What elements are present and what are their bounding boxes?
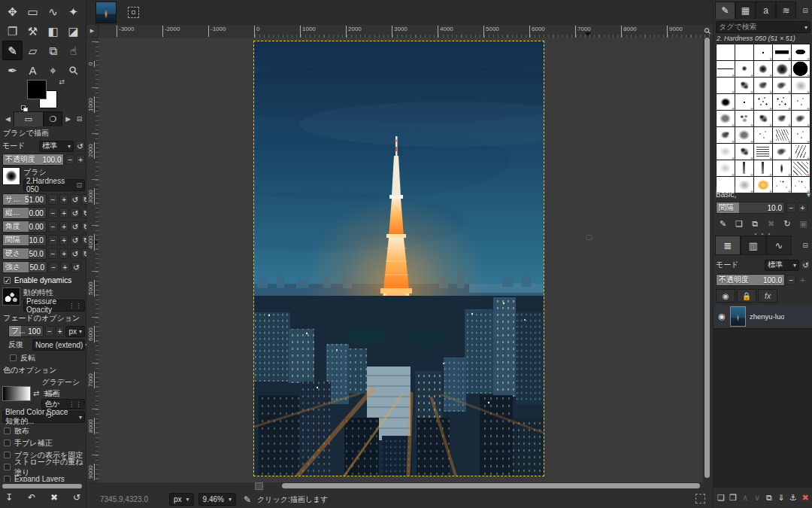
brush-spacing-slider[interactable]: 間隔 10.0 [716,202,785,214]
link-button[interactable]: ↻ [81,208,86,218]
free-select-tool[interactable]: ∿ [43,2,63,21]
enable-dynamics-checkbox[interactable]: ✓ Enable dynamics [2,275,85,286]
gradient-tool[interactable]: ◧ [43,21,63,41]
link-button[interactable]: ↻ [81,194,86,205]
reset-button[interactable]: ↺ [70,194,80,205]
vertical-ruler[interactable]: 0100020003000400050006000700080009000 [86,38,98,482]
horizontal-scrollbar[interactable] [98,482,713,490]
dock-tab-left-arrow[interactable]: ◀ [2,111,14,126]
delete-tool-preset-button[interactable]: ✖ [48,491,60,503]
brush-swatch[interactable] [717,44,735,60]
effects-column-icon[interactable]: fx [758,289,777,303]
clone-tool[interactable]: ⧉ [43,41,63,60]
tab-gradients[interactable]: ≋ [776,2,796,19]
slider-角度[interactable]: 角度0.00 [2,221,47,233]
brush-swatch[interactable] [792,61,810,77]
dynamics-selector[interactable]: 動的特性 Pressure Opacity⋮⋮ [2,287,85,312]
brush-swatch[interactable] [735,160,753,176]
decrement-button[interactable]: − [48,248,58,259]
brush-swatch[interactable] [792,111,810,126]
dynamics-thumbnail[interactable] [2,287,20,306]
layer-thumbnail[interactable] [730,306,746,327]
brush-swatch[interactable] [773,94,791,110]
layers-dock-menu-icon[interactable]: ⊟ [799,236,811,255]
canvas-image[interactable] [254,41,544,476]
swap-colors-icon[interactable]: ⇄ [59,78,65,86]
reset-button[interactable]: ↺ [70,221,80,232]
option-checkbox[interactable]: ストローク中の重ね塗り [2,461,85,473]
brush-swatch[interactable] [735,144,753,160]
slider-サイズ[interactable]: サイズ51.00 [2,193,47,205]
save-tool-preset-button[interactable]: ↧ [3,491,15,503]
brush-swatch[interactable] [792,160,810,176]
brush-swatch[interactable] [717,111,735,126]
reset-tool-options-button[interactable]: ↺ [71,491,83,503]
zoom-select[interactable]: 9.46%▾ [198,493,236,506]
brush-swatch[interactable] [754,94,772,110]
brush-swatch[interactable] [773,78,791,93]
empty-image-tab-icon[interactable] [128,7,139,18]
decrement-button[interactable]: − [48,221,58,232]
new-layer-button[interactable]: ❏ [716,492,727,504]
link-button[interactable]: ↻ [81,235,86,245]
brush-swatch[interactable] [792,78,810,93]
brush-group-select[interactable]: Basic,▾ [716,189,810,200]
slider-強さ[interactable]: 強さ50.0 [2,261,47,273]
blend-color-space-select[interactable]: Blend Color Space 知覚的...▾ [2,411,85,423]
spacing-decrement-button[interactable]: − [786,202,796,213]
brush-swatch[interactable] [792,127,810,143]
increment-button[interactable]: + [59,221,69,232]
brush-name-box[interactable]: 2.Hardness 050⊡ [23,179,85,191]
layer-visibility-icon[interactable]: ◉ [714,312,730,321]
layer-name[interactable]: zhenyu-luo [750,312,784,321]
layer-mode-reset-button[interactable]: ↺ [801,260,810,270]
color-picker-tool[interactable]: ⌖ [43,60,63,80]
lock-column-icon[interactable]: 🔒 [737,289,756,303]
flip-gradient-icon[interactable]: ⇄ [33,389,39,397]
gradient-thumbnail[interactable] [2,386,31,401]
paths-tool[interactable]: ✒ [2,60,23,80]
brush-swatch[interactable] [754,61,772,77]
reset-button[interactable]: ↺ [70,248,80,259]
link-button[interactable]: ↻ [81,248,86,259]
decrement-button[interactable]: − [48,194,58,205]
raise-layer-button[interactable]: ∧ [740,492,751,504]
increment-button[interactable]: + [59,248,69,259]
reset-button[interactable]: ↺ [70,208,80,218]
option-checkbox[interactable]: 散布 [2,425,85,437]
refresh-brushes-button[interactable]: ↻ [780,217,795,230]
tab-tool-options[interactable]: ▭ [14,111,44,126]
fade-length-slider[interactable]: フ... 100 [8,325,44,337]
fade-decrement-button[interactable]: − [45,326,54,336]
image-viewport[interactable] [98,38,703,482]
delete-brush-button[interactable]: ✖ [764,217,778,230]
repeat-select[interactable]: None (extend)▾ [32,339,85,351]
unified-transform-tool[interactable]: ⚒ [23,21,43,41]
brush-swatch[interactable] [735,127,753,143]
dock-menu-icon[interactable]: ⊟ [74,111,85,126]
brush-swatch[interactable] [773,127,791,143]
reset-button[interactable]: ↺ [71,262,81,272]
fg-bg-colors[interactable]: ⇄ [24,80,63,114]
opacity-increment-button[interactable]: + [76,154,85,165]
duplicate-brush-button[interactable]: ⧉ [748,217,762,230]
move-tool[interactable]: ✥ [2,2,23,21]
layer-opacity-slider[interactable]: 不透明度 100.0 [716,274,785,286]
tab-brushes[interactable]: ✎ [715,2,735,19]
image-tab-thumbnail[interactable] [95,2,117,23]
unit-select[interactable]: px▾ [169,493,194,506]
link-button[interactable]: ↻ [81,221,86,232]
restore-tool-preset-button[interactable]: ↶ [26,491,38,503]
brush-swatch[interactable] [773,111,791,126]
brush-swatch[interactable] [754,44,772,60]
brush-tag-search-input[interactable]: タグで検索▾ [716,21,810,33]
brush-thumbnail[interactable] [2,167,20,185]
brush-swatch[interactable] [717,144,735,160]
dynamics-name-box[interactable]: Pressure Opacity⋮⋮ [23,300,85,312]
brush-swatch[interactable] [773,44,791,60]
delete-layer-button[interactable]: ✖ [800,492,811,504]
duplicate-layer-button[interactable]: ⧉ [764,492,775,504]
brush-swatch[interactable] [735,111,753,126]
fade-increment-button[interactable]: + [56,326,65,336]
rectangle-select-tool[interactable]: ▭ [23,2,43,21]
